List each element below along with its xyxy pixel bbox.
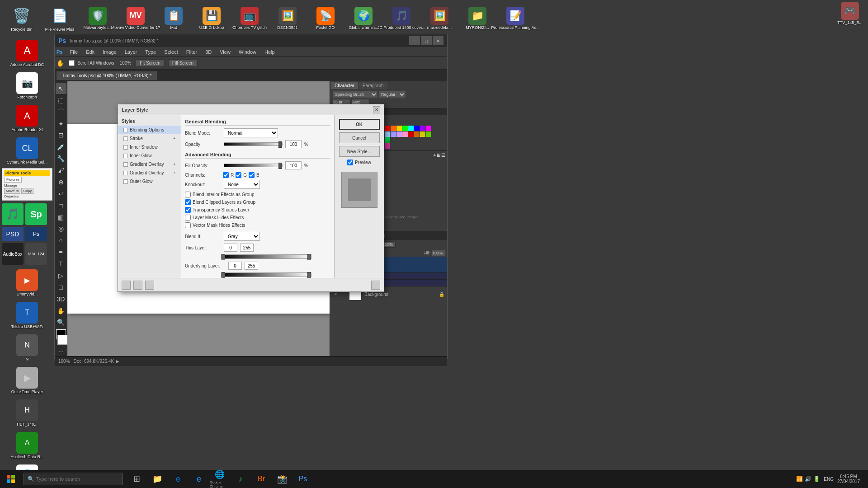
- style-gradient-overlay-2[interactable]: Gradient Overlay +: [118, 169, 181, 177]
- spotify2-icon[interactable]: Sp: [25, 203, 47, 225]
- menu-filter[interactable]: Filter: [183, 48, 201, 56]
- swatch-cyan[interactable]: [408, 126, 414, 131]
- menu-type[interactable]: Type: [142, 48, 160, 56]
- taskbar-search-box[interactable]: 🔍: [24, 473, 123, 485]
- opacity-slider-track[interactable]: [224, 142, 283, 146]
- taskbar-photoshop[interactable]: Ps: [293, 470, 313, 488]
- add-style-icon[interactable]: +: [433, 153, 436, 158]
- menu-layer[interactable]: Layer: [121, 48, 141, 56]
- tool-stamp[interactable]: ⊕: [56, 177, 66, 188]
- swatch-r3-4[interactable]: [426, 131, 431, 137]
- style-list-icon[interactable]: ☰: [441, 153, 445, 158]
- opacity-slider-thumb[interactable]: [278, 141, 282, 148]
- swatch-r2-7[interactable]: [385, 131, 390, 137]
- style-inner-shadow[interactable]: Inner Shadow: [118, 143, 181, 151]
- tool-gradient[interactable]: ▥: [56, 212, 66, 223]
- fill-input[interactable]: [432, 250, 445, 256]
- desktop-icon-professional[interactable]: 📝 Professional Planning As...: [497, 5, 533, 32]
- desktop-icon-quicktime[interactable]: ▶ QuickTime Player: [5, 365, 50, 396]
- menu-help[interactable]: Help: [261, 48, 278, 56]
- desktop-icon-n-icon[interactable]: N N: [5, 333, 50, 363]
- menu-select[interactable]: Select: [160, 48, 182, 56]
- swatch-green[interactable]: [402, 126, 408, 131]
- show-desktop-button[interactable]: [862, 470, 864, 488]
- style-outer-glow[interactable]: Outer Glow: [118, 177, 181, 186]
- tool-eyedropper[interactable]: 💉: [56, 141, 66, 152]
- tool-select[interactable]: ⬚: [56, 95, 66, 106]
- desktop-icon-dscn[interactable]: 🖼️ DSCN0541: [269, 5, 306, 32]
- swatch-gradient4[interactable]: [385, 137, 390, 143]
- ok-button[interactable]: OK: [339, 119, 380, 130]
- desktop-icon-ttv[interactable]: 🎮 TTV_145_E...: [832, 0, 868, 27]
- menu-window[interactable]: Window: [235, 48, 260, 56]
- fill-opacity-thumb[interactable]: [278, 163, 282, 169]
- character-tab[interactable]: Character: [331, 82, 358, 89]
- style-inner-glow[interactable]: Inner Glow: [118, 151, 181, 160]
- doc-size-arrow[interactable]: ▶: [116, 359, 119, 364]
- gradient-overlay2-checkbox[interactable]: [123, 171, 128, 175]
- underlying-min-input[interactable]: [228, 262, 242, 270]
- channel-g-checkbox[interactable]: [236, 172, 241, 178]
- desktop-icon-jc[interactable]: 🎵 JC Produced 1400 cover...: [383, 5, 420, 32]
- inner-shadow-checkbox[interactable]: [123, 145, 128, 150]
- maximize-button[interactable]: □: [421, 36, 432, 45]
- expand-tools[interactable]: ⋯: [59, 349, 63, 354]
- taskbar-edge[interactable]: e: [168, 470, 188, 488]
- close-button[interactable]: ✕: [433, 36, 443, 45]
- tool-dodge[interactable]: ○: [56, 235, 66, 246]
- desktop-icon-mat[interactable]: 📋 Mat: [156, 5, 192, 32]
- inner-glow-checkbox[interactable]: [123, 154, 128, 158]
- underlying-max-input[interactable]: [245, 262, 258, 270]
- tool-wand[interactable]: ✦: [56, 118, 66, 129]
- desktop-icon-choruses[interactable]: 📺 Choruses TV glitch: [231, 5, 268, 32]
- style-gradient-overlay-1[interactable]: Gradient Overlay +: [118, 160, 181, 169]
- taskbar-chrome[interactable]: 🌐 Google Chrome: [210, 470, 230, 488]
- channel-b-checkbox[interactable]: [249, 172, 255, 178]
- opacity-value-input[interactable]: [285, 140, 302, 148]
- new-style-button[interactable]: New Style...: [339, 146, 380, 157]
- desktop-icon-hbt[interactable]: H HBT_140...: [5, 398, 50, 428]
- this-layer-min-input[interactable]: [224, 244, 237, 252]
- swatch-r3-3[interactable]: [420, 131, 425, 137]
- tool-3d[interactable]: 3D: [56, 294, 66, 305]
- desktop-icon-telstra[interactable]: T Telstra USB+WiFi: [5, 300, 50, 331]
- mai124-icon[interactable]: MAI_124: [25, 243, 47, 265]
- vector-mask-checkbox[interactable]: [185, 222, 191, 228]
- lang-indicator[interactable]: ENG: [824, 477, 834, 482]
- taskbar-clock[interactable]: 8:45 PM 27/04/2017: [837, 474, 860, 484]
- swatch-magenta[interactable]: [426, 126, 431, 131]
- swatch-yellow[interactable]: [396, 126, 402, 131]
- audiobox-icon[interactable]: AudioBox: [2, 243, 24, 265]
- knockout-select[interactable]: None Shallow Deep: [224, 180, 260, 189]
- swatch-r2-10[interactable]: [402, 131, 408, 137]
- desktop-icon-usb[interactable]: 💾 USB G bckup: [193, 5, 230, 32]
- swatch-r3-1[interactable]: [408, 131, 414, 137]
- tool-brush[interactable]: 🖌: [56, 165, 66, 176]
- taskbar-search-input[interactable]: [36, 476, 108, 482]
- transparency-shapes-checkbox[interactable]: [185, 207, 191, 213]
- blending-options-checkbox[interactable]: [123, 128, 128, 132]
- tool-eraser[interactable]: ◻: [56, 200, 66, 211]
- desktop-icon-cyberlink[interactable]: CL CyberLink Media Sui...: [5, 136, 50, 166]
- swatch-r2-9[interactable]: [396, 131, 402, 137]
- gradient-overlay1-checkbox[interactable]: [123, 162, 128, 167]
- preview-checkbox[interactable]: [347, 160, 353, 165]
- fill-screen-button[interactable]: Fill Screen: [168, 59, 198, 67]
- this-layer-slider[interactable]: [221, 254, 311, 259]
- volume-icon[interactable]: 🔊: [805, 476, 811, 482]
- cancel-button[interactable]: Cancel: [339, 132, 380, 143]
- desktop-icon-myronizi[interactable]: 📁 MYRONIZI...: [459, 5, 495, 32]
- taskbar-photos[interactable]: 📸: [272, 470, 292, 488]
- ps-active-tab[interactable]: Timmy Tools.psd @ 100% (TIMMY, RGB/8) *: [57, 71, 157, 80]
- taskbar-ie[interactable]: e: [189, 470, 209, 488]
- desktop-icon-maxres[interactable]: 🖼️ maxresdefа...: [421, 5, 458, 32]
- move-to-btn[interactable]: Move to: [4, 188, 20, 194]
- desktop-icon-adobe-reader[interactable]: A Adobe Reader XI: [5, 103, 50, 134]
- tool-history[interactable]: ↩: [56, 188, 66, 199]
- swatch-g2-10[interactable]: [385, 143, 390, 149]
- font-style-select[interactable]: Regular: [379, 91, 406, 98]
- taskbar-file-explorer[interactable]: 📁: [147, 470, 167, 488]
- footer-fx-icon[interactable]: fx: [122, 281, 131, 290]
- footer-remove-icon[interactable]: −: [145, 281, 154, 290]
- layer-mask-checkbox[interactable]: [185, 215, 191, 221]
